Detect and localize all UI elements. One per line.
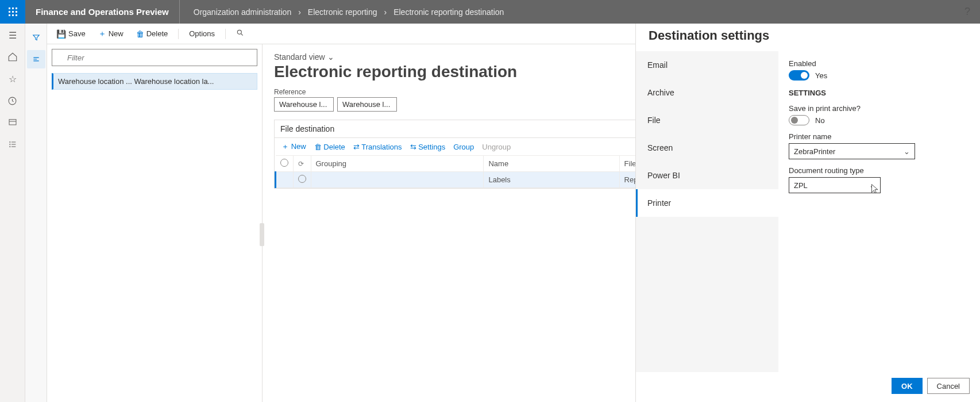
cancel-button[interactable]: Cancel xyxy=(927,378,970,394)
reference-value-1[interactable]: Warehouse l... xyxy=(274,97,334,112)
left-rail: ☰ ☆ xyxy=(0,24,25,402)
svg-rect-1 xyxy=(9,120,16,125)
routing-type-value: ZPL xyxy=(794,181,808,190)
view-label: Standard view xyxy=(274,52,325,62)
destination-form: Enabled Yes SETTINGS Save in print archi… xyxy=(778,51,980,372)
options-label: Options xyxy=(189,29,215,38)
clock-icon[interactable] xyxy=(7,95,18,106)
printer-name-label: Printer name xyxy=(789,132,970,141)
filter-input[interactable] xyxy=(52,49,257,66)
enabled-toggle[interactable] xyxy=(789,70,809,81)
tab-powerbi[interactable]: Power BI xyxy=(636,162,778,189)
delete-button[interactable]: 🗑 Delete xyxy=(132,27,173,41)
breadcrumb-item[interactable]: Electronic reporting xyxy=(308,7,377,17)
tab-printer[interactable]: Printer xyxy=(636,189,778,217)
panel-footer: OK Cancel xyxy=(636,372,980,402)
filter-icon[interactable] xyxy=(27,28,45,47)
splitter-handle[interactable] xyxy=(260,223,264,246)
settings-button[interactable]: ⇆ Settings xyxy=(410,143,446,151)
workspace-icon[interactable] xyxy=(7,117,18,128)
routing-type-label: Document routing type xyxy=(789,166,970,175)
panel-title: Destination settings xyxy=(636,24,980,51)
trash-icon: 🗑 xyxy=(136,29,144,39)
waffle-button[interactable] xyxy=(0,0,25,24)
breadcrumb-item[interactable]: Electronic reporting destination xyxy=(393,7,504,17)
home-icon[interactable] xyxy=(7,51,18,63)
chevron-down-icon: ⌄ xyxy=(869,181,875,190)
tab-spacer xyxy=(636,217,778,372)
list-item[interactable]: Warehouse location ... Warehouse locatio… xyxy=(52,73,257,90)
destination-settings-panel: Destination settings Email Archive File … xyxy=(635,24,980,402)
related-icon[interactable] xyxy=(27,50,45,68)
tab-email[interactable]: Email xyxy=(636,51,778,79)
chevron-down-icon: ⌄ xyxy=(327,52,334,62)
left-pane: Warehouse location ... Warehouse locatio… xyxy=(47,44,263,402)
settings-header: SETTINGS xyxy=(789,89,970,97)
list-icon[interactable] xyxy=(7,139,18,150)
new-label: New xyxy=(109,29,124,38)
app-title: Finance and Operations Preview xyxy=(25,0,180,24)
svg-point-4 xyxy=(9,146,10,147)
grid-new-label: New xyxy=(291,142,306,151)
tab-screen[interactable]: Screen xyxy=(636,134,778,162)
reference-value-2[interactable]: Warehouse l... xyxy=(337,97,397,112)
enabled-value: Yes xyxy=(815,71,827,80)
translate-icon: ⇄ xyxy=(353,143,360,151)
ok-button[interactable]: OK xyxy=(892,378,923,394)
waffle-icon xyxy=(9,7,17,16)
destination-tabs: Email Archive File Screen Power BI Print… xyxy=(636,51,778,372)
settings-label: Settings xyxy=(418,143,445,151)
help-icon[interactable]: ? xyxy=(955,6,980,18)
svg-point-5 xyxy=(237,30,241,34)
translations-button[interactable]: ⇄ Translations xyxy=(353,143,402,151)
group-button[interactable]: Group xyxy=(453,143,474,151)
delete-label: Delete xyxy=(146,29,168,38)
star-icon[interactable]: ☆ xyxy=(7,73,18,85)
row-select-radio[interactable] xyxy=(298,175,306,183)
search-button[interactable] xyxy=(232,26,249,41)
chevron-right-icon: › xyxy=(384,7,387,17)
separator xyxy=(225,29,226,39)
cell-name[interactable]: Labels xyxy=(484,172,619,188)
sub-rail xyxy=(25,24,47,402)
save-label: Save xyxy=(68,29,86,38)
svg-point-3 xyxy=(9,144,10,144)
grid-new-button[interactable]: ＋ New xyxy=(281,141,306,152)
ungroup-button: Ungroup xyxy=(482,143,511,151)
tab-file[interactable]: File xyxy=(636,106,778,134)
save-archive-toggle[interactable] xyxy=(789,115,809,125)
grid-delete-label: Delete xyxy=(323,143,345,151)
options-button[interactable]: Options xyxy=(184,27,219,40)
translations-label: Translations xyxy=(361,143,402,151)
save-button[interactable]: 💾 Save xyxy=(52,27,90,41)
settings-icon: ⇆ xyxy=(410,143,416,151)
search-icon xyxy=(236,29,244,39)
plus-icon: ＋ xyxy=(98,29,106,39)
tab-archive[interactable]: Archive xyxy=(636,79,778,106)
save-archive-label: Save in print archive? xyxy=(789,104,970,113)
save-icon: 💾 xyxy=(56,29,66,39)
enabled-label: Enabled xyxy=(789,59,970,68)
cell-grouping[interactable] xyxy=(311,172,484,188)
select-all-radio[interactable] xyxy=(280,159,288,167)
save-archive-value: No xyxy=(815,116,825,125)
plus-icon: ＋ xyxy=(281,142,289,151)
hamburger-icon[interactable]: ☰ xyxy=(7,29,18,41)
app-header: Finance and Operations Preview Organizat… xyxy=(0,0,980,24)
svg-point-2 xyxy=(9,141,10,142)
breadcrumb: Organization administration › Electronic… xyxy=(180,7,504,17)
grid-delete-button[interactable]: 🗑 Delete xyxy=(314,143,345,151)
printer-name-dropdown[interactable]: ZebraPrinter ⌄ xyxy=(789,143,915,159)
new-button[interactable]: ＋ New xyxy=(94,26,128,41)
chevron-right-icon: › xyxy=(298,7,301,17)
routing-type-dropdown[interactable]: ZPL ⌄ xyxy=(789,177,881,193)
refresh-icon[interactable]: ⟳ xyxy=(298,160,304,168)
col-grouping[interactable]: Grouping xyxy=(311,156,484,172)
col-name[interactable]: Name xyxy=(484,156,619,172)
trash-icon: 🗑 xyxy=(314,143,322,151)
chevron-down-icon: ⌄ xyxy=(904,147,910,156)
printer-name-value: ZebraPrinter xyxy=(794,147,835,156)
breadcrumb-item[interactable]: Organization administration xyxy=(194,7,291,17)
separator xyxy=(178,29,179,39)
